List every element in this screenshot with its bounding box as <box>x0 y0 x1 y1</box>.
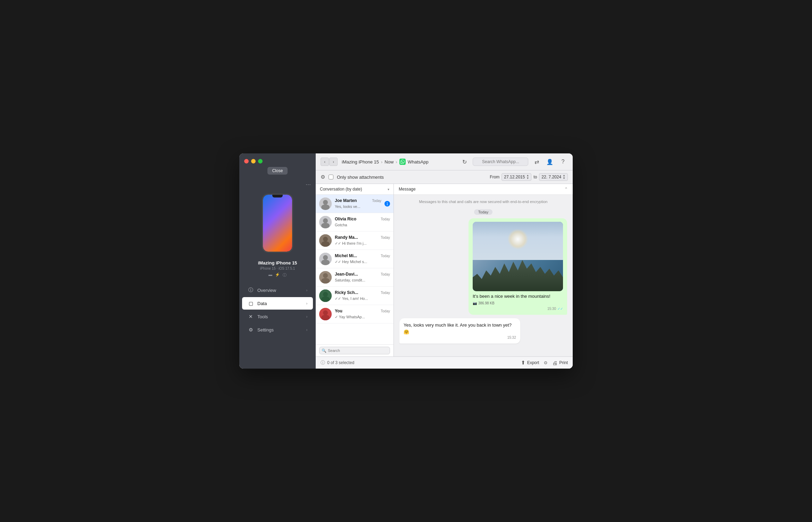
conversation-search-input[interactable] <box>319 347 390 354</box>
avatar-randy-ma <box>319 234 332 247</box>
message-collapse-icon[interactable]: ⌃ <box>564 187 568 192</box>
sidebar-item-settings[interactable]: ⚙ Settings › <box>242 323 313 336</box>
message-meta-2: 15:32 <box>404 335 516 340</box>
breadcrumb-whatsapp[interactable]: WhatsApp <box>408 159 429 165</box>
print-icon: 🖨 <box>552 360 557 366</box>
info-icon: ⓘ <box>283 272 287 278</box>
svg-point-8 <box>321 241 330 247</box>
info-circle-icon: ⓘ <box>321 360 325 366</box>
attachments-checkbox[interactable] <box>329 175 333 179</box>
back-button[interactable]: ‹ <box>321 158 329 166</box>
double-check-icon: ✓✓ <box>557 306 563 311</box>
attachments-label: Only show attachments <box>337 175 384 180</box>
filter-settings-button[interactable]: ⚙ <box>321 174 325 180</box>
conversation-item-ricky-sch[interactable]: Ricky Sch... Today ✓✓ Yes, I am! Ho... <box>316 287 393 305</box>
file-size: 386.98 KB <box>478 301 495 306</box>
transfer-button[interactable]: ⇄ <box>532 157 541 167</box>
phone-mockup <box>262 194 293 253</box>
conversation-item-olivia-rico[interactable]: Olivia Rico Today Gotcha <box>316 213 393 231</box>
search-input[interactable] <box>473 158 528 166</box>
svg-point-19 <box>323 310 328 315</box>
conv-time-jean-davi: Today <box>381 272 390 276</box>
svg-point-17 <box>321 296 330 302</box>
avatar-michel-mi <box>319 253 332 265</box>
toolbar-actions: ↻ 🔍 ⇄ 👤 ? <box>459 157 568 167</box>
camera-icon: 📷 <box>473 301 477 306</box>
conversation-item-randy-ma[interactable]: Randy Ma... Today ✓✓ Hi there I'm j... <box>316 231 393 250</box>
print-button[interactable]: 🖨 Print <box>552 360 568 366</box>
sidebar-item-data[interactable]: ▢ Data › <box>242 297 313 310</box>
sidebar-item-label-overview: Overview <box>257 288 276 293</box>
svg-point-5 <box>321 223 330 228</box>
export-options-icon: ⊙ <box>544 360 547 365</box>
close-button[interactable]: Close <box>267 167 288 175</box>
svg-point-7 <box>323 237 328 242</box>
conversation-item-jean-davi[interactable]: Jean-Davi... Today Saturday, condit... <box>316 268 393 287</box>
conversation-item-michel-mi[interactable]: Michel Mi... Today ✓✓ Hey Michel s... <box>316 250 393 268</box>
breadcrumb-now[interactable]: Now <box>384 159 393 165</box>
refresh-button[interactable]: ↻ <box>459 157 469 167</box>
conv-info-joe-marten: Joe Marten Today Yes, looks ve... <box>335 198 381 209</box>
date-to-stepper[interactable]: ▲▼ <box>563 174 565 180</box>
date-to-input[interactable]: 22. 7.2024 ▲▼ <box>539 173 568 181</box>
conversation-item-you[interactable]: You Today ✓ Yay WhatsAp... <box>316 305 393 323</box>
sidebar-item-overview[interactable]: ⓘ Overview › <box>242 284 313 296</box>
minimize-traffic-light[interactable] <box>251 159 256 163</box>
date-from-label: From <box>490 175 499 179</box>
profile-button[interactable]: 👤 <box>545 157 555 167</box>
conv-preview-ricky-sch: ✓✓ Yes, I am! Ho... <box>335 296 368 301</box>
export-button[interactable]: ⬆ Export <box>521 360 539 366</box>
conv-preview-olivia-rico: Gotcha <box>335 223 347 227</box>
conversation-list: Conversation (by date) ▾ Joe Marten Toda… <box>316 184 394 356</box>
navigation-arrows: ‹ › <box>321 158 338 166</box>
conv-preview-you: ✓ Yay WhatsAp... <box>335 315 365 319</box>
more-options-icon[interactable]: ··· <box>306 181 316 188</box>
settings-icon: ⚙ <box>248 327 254 333</box>
app-window: Close ··· iMazing iPhone 15 iPhone 15 · … <box>239 153 573 369</box>
usb-icon: ⚡ <box>275 272 280 278</box>
conv-badge-joe-marten: 1 <box>384 201 390 207</box>
data-icon: ▢ <box>248 300 254 306</box>
chevron-right-icon-tools: › <box>306 315 307 319</box>
tree-layer <box>473 256 563 291</box>
sidebar-nav: ⓘ Overview › ▢ Data › ✕ Tools › ⚙ Settin… <box>239 284 316 363</box>
conversation-list-header: Conversation (by date) ▾ <box>316 184 393 195</box>
svg-point-1 <box>323 200 328 205</box>
conv-name-randy-ma: Randy Ma... <box>335 235 358 240</box>
breadcrumb-device[interactable]: iMazing iPhone 15 <box>342 159 379 165</box>
message-pane-header: Message ⌃ <box>394 184 573 195</box>
conv-time-olivia-rico: Today <box>381 217 390 221</box>
avatar-joe-marten <box>319 197 332 210</box>
message-body: Messages to this chat and calls are now … <box>394 195 573 356</box>
message-image[interactable] <box>473 222 563 291</box>
close-traffic-light[interactable] <box>244 159 249 163</box>
svg-point-11 <box>321 260 330 265</box>
bottom-bar: ⓘ 0 of 3 selected ⬆ Export ⊙ 🖨 Print <box>316 356 573 369</box>
conv-name-joe-marten: Joe Marten <box>335 198 357 203</box>
conv-info-randy-ma: Randy Ma... Today ✓✓ Hi there I'm j... <box>335 235 390 246</box>
conversation-items: Joe Marten Today Yes, looks ve... 1 <box>316 195 393 344</box>
svg-point-13 <box>323 273 328 278</box>
help-button[interactable]: ? <box>558 157 568 167</box>
message-bubble-outgoing-1: It's been a nice week in the mountains! … <box>469 218 567 315</box>
main-content: ‹ › iMazing iPhone 15 › Now › WhatsApp ↻… <box>316 153 573 369</box>
breadcrumb-sep-2: › <box>396 159 397 165</box>
date-badge: Today <box>474 209 492 215</box>
sidebar-item-tools[interactable]: ✕ Tools › <box>242 310 313 323</box>
conv-name-ricky-sch: Ricky Sch... <box>335 290 358 295</box>
conv-info-olivia-rico: Olivia Rico Today Gotcha <box>335 217 390 228</box>
breadcrumb-sep-1: › <box>381 159 382 165</box>
date-from-input[interactable]: 27.12.2015 ▲▼ <box>502 173 531 181</box>
export-options-button[interactable]: ⊙ <box>544 360 547 365</box>
conv-name-michel-mi: Michel Mi... <box>335 253 357 258</box>
avatar-ricky-sch <box>319 289 332 302</box>
date-to-value: 22. 7.2024 <box>541 175 561 179</box>
date-from-stepper[interactable]: ▲▼ <box>526 174 529 180</box>
conversation-sort-chevron[interactable]: ▾ <box>388 187 389 191</box>
svg-point-16 <box>323 292 328 297</box>
chevron-right-icon: › <box>306 288 307 292</box>
forward-button[interactable]: › <box>329 158 338 166</box>
message-text-1: Yes, looks very much like it. Are you ba… <box>404 322 516 335</box>
conversation-item-joe-marten[interactable]: Joe Marten Today Yes, looks ve... 1 <box>316 195 393 213</box>
fullscreen-traffic-light[interactable] <box>258 159 263 163</box>
